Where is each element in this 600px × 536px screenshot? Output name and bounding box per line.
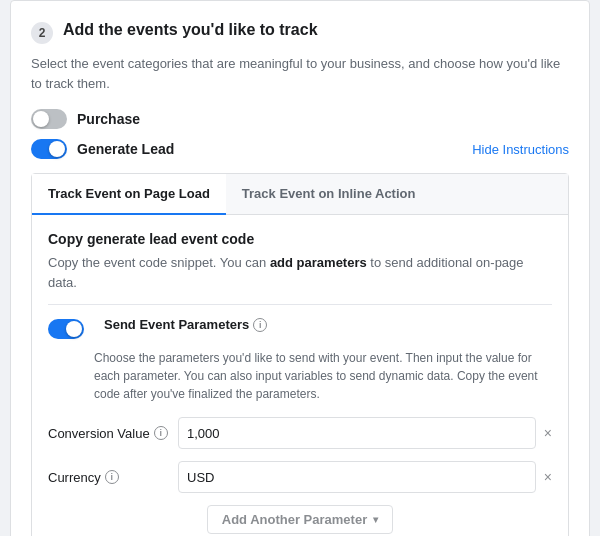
send-event-params-info-icon[interactable]: i (253, 318, 267, 332)
currency-info-icon[interactable]: i (105, 470, 119, 484)
step-header: 2 Add the events you'd like to track (31, 21, 569, 44)
add-another-param-button[interactable]: Add Another Parameter ▾ (207, 505, 393, 534)
add-param-wrapper: Add Another Parameter ▾ (48, 505, 552, 534)
param-toggle-row: Send Event Parameters i (48, 317, 552, 339)
copy-desc-start: Copy the event code snippet. You can (48, 255, 270, 270)
conversion-value-remove[interactable]: × (544, 425, 552, 441)
main-card: 2 Add the events you'd like to track Sel… (10, 0, 590, 536)
currency-input[interactable] (178, 461, 536, 493)
conversion-value-label: Conversion Value i (48, 426, 178, 441)
tab-inline-action[interactable]: Track Event on Inline Action (226, 174, 432, 215)
step-description: Select the event categories that are mea… (31, 54, 569, 93)
currency-label-text: Currency (48, 470, 101, 485)
send-event-params-label: Send Event Parameters (104, 317, 249, 332)
conversion-value-info-icon[interactable]: i (154, 426, 168, 440)
copy-section-desc: Copy the event code snippet. You can add… (48, 253, 552, 292)
tab-content: Copy generate lead event code Copy the e… (32, 215, 568, 536)
tabs-header: Track Event on Page Load Track Event on … (32, 174, 568, 215)
step-number: 2 (31, 22, 53, 44)
generate-lead-left: Generate Lead (31, 139, 174, 159)
generate-lead-toggle[interactable] (31, 139, 67, 159)
generate-lead-row: Generate Lead Hide Instructions (31, 139, 569, 159)
conversion-value-input[interactable] (178, 417, 536, 449)
add-param-chevron-icon: ▾ (373, 514, 378, 525)
currency-label: Currency i (48, 470, 178, 485)
generate-lead-toggle-knob (49, 141, 65, 157)
purchase-label: Purchase (77, 111, 140, 127)
conversion-value-row: Conversion Value i × (48, 417, 552, 449)
currency-row: Currency i × (48, 461, 552, 493)
send-event-params-knob (66, 321, 82, 337)
generate-lead-label: Generate Lead (77, 141, 174, 157)
tabs-section: Track Event on Page Load Track Event on … (31, 173, 569, 536)
copy-section-title: Copy generate lead event code (48, 231, 552, 247)
currency-remove[interactable]: × (544, 469, 552, 485)
copy-desc-link: add parameters (270, 255, 367, 270)
param-description: Choose the parameters you'd like to send… (94, 349, 552, 403)
hide-instructions-link[interactable]: Hide Instructions (472, 142, 569, 157)
purchase-toggle-row: Purchase (31, 109, 569, 129)
step-title: Add the events you'd like to track (63, 21, 569, 39)
conversion-value-label-text: Conversion Value (48, 426, 150, 441)
purchase-toggle-knob (33, 111, 49, 127)
section-divider (48, 304, 552, 305)
tab-page-load[interactable]: Track Event on Page Load (32, 174, 226, 215)
add-param-label: Add Another Parameter (222, 512, 367, 527)
purchase-toggle[interactable] (31, 109, 67, 129)
send-event-params-toggle[interactable] (48, 319, 84, 339)
